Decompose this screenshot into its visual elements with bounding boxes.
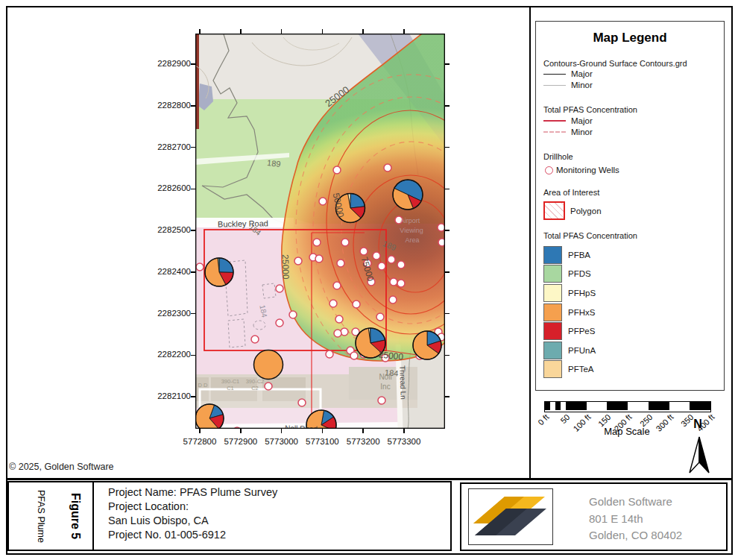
scale-segment [545,402,550,410]
swatch-pfds-icon [543,265,562,283]
map-legend: Map Legend Contours-Ground Surface Conto… [535,21,725,391]
pie-chart [195,404,224,429]
monitoring-well [376,313,384,321]
x-axis-tick [199,29,201,34]
monitoring-well [276,319,283,327]
map-label: C1 [227,385,234,391]
monitoring-well [384,164,391,172]
x-axis-tick [322,429,324,433]
map-label: Airport [400,217,420,224]
scale-segment [628,402,649,410]
company-address: Golden Software 801 E 14th Golden, CO 80… [589,494,682,544]
title-block-divider [6,478,732,480]
legend-swatch-row: PFHpS [543,283,596,303]
golden-software-logo [468,488,553,545]
y-axis-tick [445,396,450,397]
x-axis-tick [281,29,283,34]
pie-chart [393,180,423,210]
legend-header-pfas-lines: Total PFAS Concentration [543,105,637,114]
legend-label: Polygon [570,207,602,215]
map-label: 390-C1 [221,378,240,385]
scale-segment [566,402,587,410]
scale-segment [587,402,608,410]
y-axis-tick [191,189,195,190]
y-axis-label: 2282600 [143,183,191,192]
project-info: Project Name: PFAS Plume Survey Project … [108,485,277,542]
monitoring-well [333,166,341,174]
legend-header-ground: Contours-Ground Surface Contours.grd [543,59,687,68]
scale-segment [550,402,555,410]
monitoring-well [378,262,385,270]
y-axis-label: 2282500 [143,225,191,234]
legend-label: Minor [571,81,593,89]
y-axis-tick [191,271,195,273]
ground-minor-line-icon [543,85,567,86]
monitoring-well [353,301,360,308]
legend-swatch-row: PFBA [543,245,596,265]
y-axis-tick [191,63,195,65]
monitoring-well [196,263,204,271]
scale-segment [607,402,628,410]
legend-header-drillhole: Drillhole [543,152,573,161]
y-axis-label: 2282800 [143,101,191,110]
monitoring-well-icon [545,166,553,174]
swatch-pfba-icon [543,246,562,264]
map-label: Viewing [400,227,423,234]
swatch-label: PFHxS [568,308,595,317]
x-axis-tick [403,29,405,34]
monitoring-well [389,296,397,303]
x-axis-tick [403,429,405,433]
ground-major-line-icon [543,74,567,75]
map-label: 25000 [280,254,291,280]
figure-number: Figure 5 [63,485,82,547]
project-location: San Luis Obispo, CA [108,514,277,528]
y-axis-tick [191,313,195,315]
legend-header-pfas-fill: Total PFAS Concentration [543,231,637,240]
y-axis-tick [445,230,450,231]
legend-swatch-row: PFUnA [543,341,596,360]
y-axis-label: 2282900 [143,59,191,68]
legend-header-aoi: Area of Interest [543,188,599,197]
legend-swatch-row: PFPeS [543,321,596,341]
project-number: Project No. 01-005-6912 [108,528,277,542]
x-axis-tick [362,429,364,433]
address-line-1: 801 E 14th [589,511,682,528]
monitoring-well [298,399,306,406]
pie-chart [254,350,283,380]
pfas-major-line-icon [543,120,567,122]
monitoring-well [333,282,341,289]
legend-column-divider [529,6,531,480]
y-axis-label: 2282200 [143,350,191,359]
x-axis-tick [322,29,324,34]
monitoring-well [313,239,321,246]
monitoring-well [390,278,397,286]
legend-swatch-row: PFHxS [543,303,596,322]
y-axis-tick [191,355,195,356]
x-axis-tick [281,429,283,433]
x-axis-tick [240,429,242,433]
y-axis-tick [445,355,450,356]
swatch-pfhxs-icon [543,303,562,321]
monitoring-well [326,350,333,358]
swatch-label: PFBA [568,251,590,259]
monitoring-well [289,311,297,318]
swatch-pfuna-icon [543,342,562,359]
swatch-label: PFDS [568,269,591,278]
map-label: Buckley Road [218,218,268,228]
y-axis-tick [445,105,450,107]
golden-software-logo-icon [469,489,551,543]
monitoring-well [251,336,259,343]
monitoring-well [378,397,385,404]
swatch-pftea-icon [543,360,562,378]
map-label: 390-C2 [246,378,265,385]
y-axis-tick [191,396,195,397]
swatch-label: PFPeS [568,327,595,336]
monitoring-well [335,315,343,323]
y-axis-tick [445,313,450,315]
monitoring-well [265,383,272,390]
monitoring-well [294,257,302,265]
figure-page: 2500025000500007500025000189189184184184… [0,0,738,560]
pie-chart [205,258,233,286]
address-line-2: Golden, CO 80402 [589,527,682,544]
monitoring-well [360,248,368,255]
